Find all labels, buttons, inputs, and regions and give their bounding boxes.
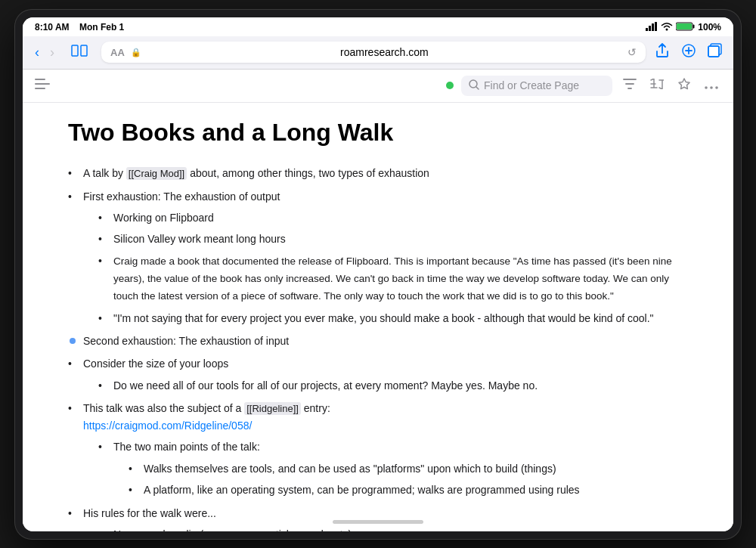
search-icon bbox=[469, 79, 479, 92]
svg-rect-3 bbox=[655, 22, 657, 31]
reload-icon[interactable]: ↺ bbox=[627, 46, 637, 58]
list-item: Do we need all of our tools for all of o… bbox=[98, 377, 688, 394]
list-item: This talk was also the subject of a [[Ri… bbox=[68, 400, 688, 498]
toolbar-right: Find or Create Page bbox=[446, 76, 721, 96]
item-text: Working on Flipboard bbox=[113, 212, 214, 224]
lock-icon: 🔒 bbox=[131, 48, 141, 57]
text-before: A talk by bbox=[83, 167, 126, 179]
share-button[interactable] bbox=[653, 41, 671, 64]
sort-button[interactable] bbox=[647, 77, 667, 94]
ipad-frame: 8:10 AM Mon Feb 1 bbox=[15, 10, 741, 539]
list-item: Silicon Valley work meant long hours bbox=[98, 231, 688, 247]
page-title: Two Books and a Long Walk bbox=[68, 118, 688, 147]
reader-icon bbox=[71, 46, 88, 59]
main-bullet-list: A talk by [[Craig Mod]] about, among oth… bbox=[68, 165, 688, 531]
item-text: A platform, like an operating system, ca… bbox=[144, 484, 580, 496]
svg-rect-2 bbox=[652, 23, 654, 31]
svg-rect-8 bbox=[72, 45, 78, 56]
svg-rect-12 bbox=[708, 46, 719, 57]
svg-rect-7 bbox=[677, 23, 692, 29]
reader-mode-button[interactable] bbox=[65, 42, 94, 63]
svg-point-15 bbox=[705, 86, 708, 89]
back-button[interactable]: ‹ bbox=[32, 42, 42, 62]
text-after: entry: bbox=[304, 402, 330, 414]
svg-point-4 bbox=[666, 28, 668, 30]
item-text: Silicon Valley work meant long hours bbox=[113, 233, 286, 245]
list-item: Consider the size of your loops Do we ne… bbox=[68, 355, 688, 394]
item-text: Do we need all of our tools for all of o… bbox=[113, 379, 538, 392]
home-indicator bbox=[333, 520, 423, 524]
item-text: No general media (newspapers, articles, … bbox=[113, 528, 352, 531]
status-time-date: 8:10 AM Mon Feb 1 bbox=[35, 22, 124, 33]
svg-rect-9 bbox=[81, 45, 87, 56]
svg-point-16 bbox=[710, 86, 713, 89]
double-nested-list: Walks themselves are tools, and can be u… bbox=[129, 460, 688, 499]
forward-button[interactable]: › bbox=[47, 42, 57, 62]
star-button[interactable] bbox=[674, 76, 694, 95]
ipad-screen: 8:10 AM Mon Feb 1 bbox=[23, 17, 733, 531]
text-before: This talk was also the subject of a bbox=[83, 402, 244, 414]
item-text: "I'm not saying that for every project y… bbox=[113, 312, 654, 324]
nested-list: No general media (newspapers, articles, … bbox=[98, 526, 688, 531]
forward-icon: › bbox=[50, 45, 54, 59]
text-after: about, among other things, two types of … bbox=[190, 167, 429, 179]
list-item: Craig made a book that documented the re… bbox=[98, 252, 688, 305]
more-button[interactable] bbox=[702, 77, 721, 94]
list-item: First exhaustion: The exhaustion of outp… bbox=[68, 188, 688, 327]
svg-rect-0 bbox=[646, 28, 648, 31]
search-placeholder: Find or Create Page bbox=[484, 79, 579, 91]
ridgeline-link[interactable]: [[Ridgeline]] bbox=[244, 402, 301, 415]
list-item: No general media (newspapers, articles, … bbox=[98, 526, 688, 531]
nested-list: The two main points of the talk: Walks t… bbox=[98, 438, 688, 498]
hamburger-button[interactable] bbox=[35, 78, 50, 94]
address-url: roamresearch.com bbox=[147, 46, 621, 58]
list-item: The two main points of the talk: Walks t… bbox=[98, 438, 688, 498]
list-item: Working on Flipboard bbox=[98, 209, 688, 226]
signal-icon bbox=[646, 22, 658, 33]
tabs-button[interactable] bbox=[706, 42, 724, 63]
item-text: First exhaustion: The exhaustion of outp… bbox=[83, 190, 280, 203]
craig-mod-link[interactable]: [[Craig Mod]] bbox=[126, 167, 187, 180]
item-text: The two main points of the talk: bbox=[113, 441, 260, 453]
svg-rect-1 bbox=[649, 26, 651, 31]
list-item: A platform, like an operating system, ca… bbox=[129, 481, 688, 498]
nav-buttons: ‹ › bbox=[32, 42, 57, 62]
browser-actions bbox=[653, 41, 724, 64]
list-item-highlighted: Second exhaustion: The exhaustion of inp… bbox=[68, 333, 688, 349]
battery-percent: 100% bbox=[698, 22, 721, 33]
svg-point-17 bbox=[715, 86, 718, 89]
status-indicators: 100% bbox=[646, 22, 721, 33]
item-text: Consider the size of your loops bbox=[83, 358, 228, 370]
app-toolbar: Find or Create Page bbox=[23, 70, 733, 103]
online-indicator bbox=[446, 82, 454, 89]
ridgeline-url[interactable]: https://craigmod.com/Ridgeline/058/ bbox=[83, 420, 252, 432]
date: Mon Feb 1 bbox=[79, 22, 124, 33]
long-text: Craig made a book that documented the re… bbox=[113, 255, 672, 302]
time: 8:10 AM bbox=[35, 22, 70, 33]
list-item: Walks themselves are tools, and can be u… bbox=[129, 460, 688, 477]
search-bar[interactable]: Find or Create Page bbox=[461, 76, 612, 96]
svg-rect-6 bbox=[693, 24, 695, 28]
browser-chrome: ‹ › AA 🔒 roamresearch.com ↺ bbox=[23, 36, 733, 70]
address-bar[interactable]: AA 🔒 roamresearch.com ↺ bbox=[101, 42, 646, 63]
toolbar-left bbox=[35, 78, 50, 94]
status-bar: 8:10 AM Mon Feb 1 bbox=[23, 17, 733, 36]
address-aa: AA bbox=[110, 47, 125, 58]
nested-list: Do we need all of our tools for all of o… bbox=[98, 377, 688, 394]
wifi-icon bbox=[661, 22, 673, 33]
new-tab-button[interactable] bbox=[680, 42, 697, 63]
item-text: Walks themselves are tools, and can be u… bbox=[144, 463, 556, 475]
list-item: A talk by [[Craig Mod]] about, among oth… bbox=[68, 165, 688, 182]
back-icon: ‹ bbox=[35, 45, 39, 59]
item-text: His rules for the walk were... bbox=[83, 507, 216, 519]
content-area[interactable]: Two Books and a Long Walk A talk by [[Cr… bbox=[23, 103, 733, 531]
item-text: Second exhaustion: The exhaustion of inp… bbox=[83, 335, 289, 347]
list-item: "I'm not saying that for every project y… bbox=[98, 310, 688, 327]
filter-button[interactable] bbox=[620, 77, 640, 94]
battery-icon bbox=[676, 22, 695, 33]
nested-list: Working on Flipboard Silicon Valley work… bbox=[98, 209, 688, 327]
list-item: His rules for the walk were... No genera… bbox=[68, 505, 688, 531]
